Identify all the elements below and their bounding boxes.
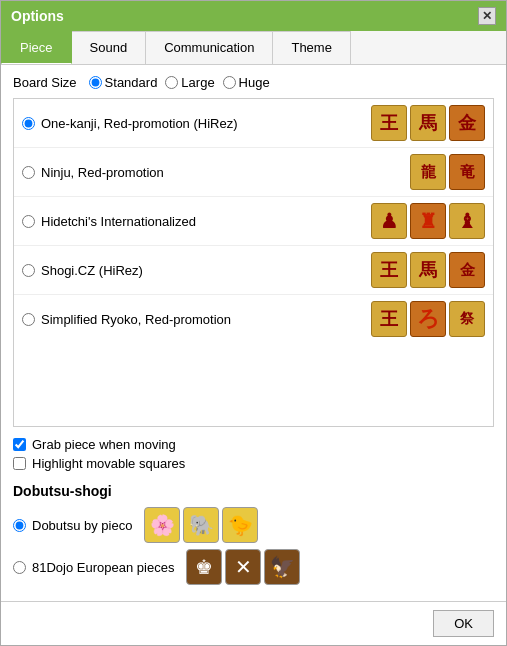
piece-set-one-kanji-text: One-kanji, Red-promotion (HiRez) bbox=[41, 116, 238, 131]
piece-set-ryoko-radio[interactable] bbox=[22, 313, 35, 326]
piece-img-ryoko-1: 王 bbox=[371, 301, 407, 337]
board-size-huge[interactable]: Huge bbox=[223, 75, 270, 90]
piece-set-shogi-cz-text: Shogi.CZ (HiRez) bbox=[41, 263, 143, 278]
piece-img-hidetchi-2: ♜ bbox=[410, 203, 446, 239]
dobutsu-eu-piece-3: 🦅 bbox=[264, 549, 300, 585]
tab-bar: Piece Sound Communication Theme bbox=[1, 31, 506, 65]
tab-content: Board Size Standard Large Huge One-kanji… bbox=[1, 65, 506, 601]
piece-item-one-kanji-label[interactable]: One-kanji, Red-promotion (HiRez) bbox=[22, 116, 363, 131]
piece-set-list: One-kanji, Red-promotion (HiRez) 王 馬 金 N… bbox=[13, 98, 494, 427]
piece-img-cz-1: 王 bbox=[371, 252, 407, 288]
tab-piece[interactable]: Piece bbox=[1, 31, 72, 64]
piece-item-hidetchi-label[interactable]: Hidetchi's Internationalized bbox=[22, 214, 363, 229]
piece-img-ou: 王 bbox=[371, 105, 407, 141]
piece-item-shogi-cz: Shogi.CZ (HiRez) 王 馬 金 bbox=[14, 246, 493, 295]
board-size-large-label: Large bbox=[181, 75, 214, 90]
piece-img-ryoko-3: 祭 bbox=[449, 301, 485, 337]
dobutsu-pieco-text: Dobutsu by pieco bbox=[32, 518, 132, 533]
piece-img-ryoko-2: ろ bbox=[410, 301, 446, 337]
piece-img-promoted: 金 bbox=[449, 105, 485, 141]
dobutsu-pieco-images: 🌸 🐘 🐤 bbox=[144, 507, 258, 543]
dobutsu-title: Dobutsu-shogi bbox=[13, 483, 494, 499]
title-bar: Options ✕ bbox=[1, 1, 506, 31]
piece-set-ryoko-images: 王 ろ 祭 bbox=[371, 301, 485, 337]
piece-set-hidetchi-text: Hidetchi's Internationalized bbox=[41, 214, 196, 229]
highlight-row: Highlight movable squares bbox=[13, 456, 494, 471]
piece-item-shogi-cz-label[interactable]: Shogi.CZ (HiRez) bbox=[22, 263, 363, 278]
dobutsu-piece-3: 🐤 bbox=[222, 507, 258, 543]
close-icon: ✕ bbox=[482, 9, 492, 23]
piece-set-shogi-cz-radio[interactable] bbox=[22, 264, 35, 277]
piece-img-cz-3: 金 bbox=[449, 252, 485, 288]
dobutsu-piece-1: 🌸 bbox=[144, 507, 180, 543]
piece-set-shogi-cz-images: 王 馬 金 bbox=[371, 252, 485, 288]
board-size-label: Board Size bbox=[13, 75, 77, 90]
grab-piece-row: Grab piece when moving bbox=[13, 437, 494, 452]
tab-sound[interactable]: Sound bbox=[71, 31, 147, 64]
tab-theme[interactable]: Theme bbox=[272, 31, 350, 64]
dialog-title: Options bbox=[11, 8, 64, 24]
dobutsu-pieco-item: Dobutsu by pieco 🌸 🐘 🐤 bbox=[13, 507, 494, 543]
piece-img-ninju-2: 竜 bbox=[449, 154, 485, 190]
dobutsu-eu-piece-1: ♚ bbox=[186, 549, 222, 585]
dobutsu-eu-piece-2: ✕ bbox=[225, 549, 261, 585]
piece-item-ryoko: Simplified Ryoko, Red-promotion 王 ろ 祭 bbox=[14, 295, 493, 343]
dobutsu-european-item: 81Dojo European pieces ♚ ✕ 🦅 bbox=[13, 549, 494, 585]
dobutsu-european-radio[interactable] bbox=[13, 561, 26, 574]
board-size-row: Board Size Standard Large Huge bbox=[13, 75, 494, 90]
dobutsu-pieco-radio[interactable] bbox=[13, 519, 26, 532]
tab-communication[interactable]: Communication bbox=[145, 31, 273, 64]
piece-item-ryoko-label[interactable]: Simplified Ryoko, Red-promotion bbox=[22, 312, 363, 327]
piece-item-hidetchi: Hidetchi's Internationalized ♟ ♜ ♝ bbox=[14, 197, 493, 246]
board-size-standard[interactable]: Standard bbox=[89, 75, 158, 90]
piece-set-hidetchi-radio[interactable] bbox=[22, 215, 35, 228]
piece-item-one-kanji: One-kanji, Red-promotion (HiRez) 王 馬 金 bbox=[14, 99, 493, 148]
board-size-large[interactable]: Large bbox=[165, 75, 214, 90]
board-size-standard-label: Standard bbox=[105, 75, 158, 90]
grab-piece-checkbox[interactable] bbox=[13, 438, 26, 451]
piece-img-hidetchi-3: ♝ bbox=[449, 203, 485, 239]
board-size-huge-label: Huge bbox=[239, 75, 270, 90]
dialog-footer: OK bbox=[1, 601, 506, 645]
dobutsu-pieco-label[interactable]: Dobutsu by pieco bbox=[13, 518, 132, 533]
piece-item-ninju: Ninju, Red-promotion 龍 竜 bbox=[14, 148, 493, 197]
board-size-large-radio[interactable] bbox=[165, 76, 178, 89]
piece-set-hidetchi-images: ♟ ♜ ♝ bbox=[371, 203, 485, 239]
piece-img-hidetchi-1: ♟ bbox=[371, 203, 407, 239]
piece-set-ninju-text: Ninju, Red-promotion bbox=[41, 165, 164, 180]
dobutsu-european-text: 81Dojo European pieces bbox=[32, 560, 174, 575]
highlight-checkbox[interactable] bbox=[13, 457, 26, 470]
dobutsu-european-images: ♚ ✕ 🦅 bbox=[186, 549, 300, 585]
piece-img-ninju-1: 龍 bbox=[410, 154, 446, 190]
options-dialog: Options ✕ Piece Sound Communication Them… bbox=[0, 0, 507, 646]
close-button[interactable]: ✕ bbox=[478, 7, 496, 25]
piece-set-ryoko-text: Simplified Ryoko, Red-promotion bbox=[41, 312, 231, 327]
board-size-huge-radio[interactable] bbox=[223, 76, 236, 89]
grab-piece-label[interactable]: Grab piece when moving bbox=[32, 437, 176, 452]
piece-set-ninju-radio[interactable] bbox=[22, 166, 35, 179]
dobutsu-piece-2: 🐘 bbox=[183, 507, 219, 543]
piece-set-one-kanji-images: 王 馬 金 bbox=[371, 105, 485, 141]
piece-img-cz-2: 馬 bbox=[410, 252, 446, 288]
piece-item-ninju-label[interactable]: Ninju, Red-promotion bbox=[22, 165, 402, 180]
highlight-label[interactable]: Highlight movable squares bbox=[32, 456, 185, 471]
piece-set-ninju-images: 龍 竜 bbox=[410, 154, 485, 190]
dobutsu-european-label[interactable]: 81Dojo European pieces bbox=[13, 560, 174, 575]
ok-button[interactable]: OK bbox=[433, 610, 494, 637]
dobutsu-section: Dobutsu by pieco 🌸 🐘 🐤 81Dojo European p… bbox=[13, 507, 494, 591]
checkboxes-section: Grab piece when moving Highlight movable… bbox=[13, 437, 494, 475]
piece-img-uma: 馬 bbox=[410, 105, 446, 141]
piece-set-one-kanji-radio[interactable] bbox=[22, 117, 35, 130]
board-size-standard-radio[interactable] bbox=[89, 76, 102, 89]
